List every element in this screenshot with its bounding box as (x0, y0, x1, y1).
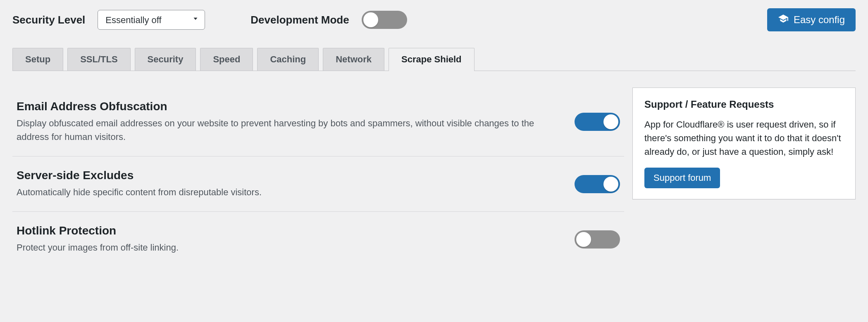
support-box-text: App for Cloudflare® is user request driv… (644, 118, 844, 159)
setting-server-side-excludes: Server-side Excludes Automatically hide … (12, 156, 624, 212)
tab-caching[interactable]: Caching (257, 48, 319, 71)
development-mode-toggle[interactable] (362, 11, 407, 29)
setting-title: Hotlink Protection (17, 224, 558, 237)
setting-title: Email Address Obfuscation (17, 100, 558, 113)
support-box: Support / Feature Requests App for Cloud… (632, 88, 856, 199)
server-side-excludes-toggle[interactable] (575, 175, 620, 193)
hotlink-protection-toggle[interactable] (575, 230, 620, 249)
setting-description: Display obfuscated email addresses on yo… (17, 116, 546, 144)
tab-network[interactable]: Network (323, 48, 384, 71)
development-mode-label: Development Mode (250, 14, 349, 26)
graduation-cap-icon (778, 13, 789, 26)
email-obfuscation-toggle[interactable] (575, 113, 620, 131)
tab-security[interactable]: Security (135, 48, 196, 71)
easy-config-label: Easy config (794, 14, 845, 26)
tab-setup[interactable]: Setup (12, 48, 63, 71)
tab-speed[interactable]: Speed (200, 48, 253, 71)
settings-list: Email Address Obfuscation Display obfusc… (12, 88, 624, 267)
security-level-select-wrap: Essentially off (98, 10, 205, 30)
easy-config-button[interactable]: Easy config (767, 8, 856, 31)
setting-title: Server-side Excludes (17, 169, 558, 182)
security-level-label: Security Level (12, 14, 85, 26)
tab-scrape-shield[interactable]: Scrape Shield (389, 48, 475, 71)
support-forum-button[interactable]: Support forum (644, 168, 720, 188)
setting-description: Protect your images from off-site linkin… (17, 241, 546, 254)
setting-description: Automatically hide specific content from… (17, 185, 546, 199)
support-box-title: Support / Feature Requests (644, 99, 844, 110)
setting-hotlink-protection: Hotlink Protection Protect your images f… (12, 212, 624, 267)
setting-email-obfuscation: Email Address Obfuscation Display obfusc… (12, 88, 624, 156)
content: Email Address Obfuscation Display obfusc… (12, 88, 856, 267)
tabs: Setup SSL/TLS Security Speed Caching Net… (12, 48, 856, 71)
security-level-select[interactable]: Essentially off (98, 10, 205, 30)
header-row: Security Level Essentially off Developme… (12, 8, 856, 31)
tab-ssl-tls[interactable]: SSL/TLS (67, 48, 130, 71)
